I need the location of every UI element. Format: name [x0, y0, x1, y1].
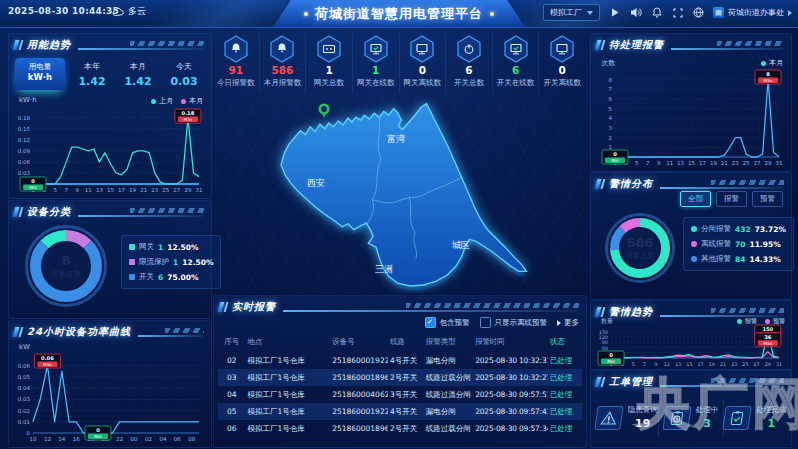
svg-text:8: 8: [609, 77, 613, 83]
svg-text:0.12: 0.12: [18, 137, 30, 143]
include-warning-label: 包含预警: [440, 318, 470, 328]
svg-text:0.04: 0.04: [18, 385, 31, 391]
factory-select-value: 模拟工厂: [550, 7, 582, 18]
alarm-icon: [223, 35, 249, 63]
location-pin-icon[interactable]: [320, 105, 328, 118]
alarm-table-row[interactable]: 06模拟工厂1号仓库2518600018962号开关线路过载分闸2025-08-…: [218, 420, 582, 437]
panel-header: 24小时设备功率曲线: [9, 321, 211, 339]
svg-text:14: 14: [58, 436, 65, 442]
svg-text:0: 0: [613, 151, 617, 157]
tab-warning[interactable]: 预警: [752, 191, 783, 207]
panel-title: 待处理报警: [609, 38, 664, 52]
panel-title: 工单管理: [609, 375, 653, 389]
speaker-icon[interactable]: [629, 5, 642, 20]
kpi-stat-开关在线数: 6开关在线数: [493, 33, 540, 93]
svg-text:0.03: 0.03: [18, 396, 31, 402]
svg-text:0: 0: [31, 178, 35, 184]
offline-only-label: 只显示离线预警: [495, 318, 548, 328]
energy-stat: 本年1.42: [69, 61, 115, 88]
panel-header-bar-icon: [601, 40, 606, 50]
alarm-table-row[interactable]: 02模拟工厂1号仓库2518600019224号开关漏电分闸2025-08-30…: [218, 352, 582, 369]
svg-text:0.18: 0.18: [182, 110, 195, 116]
more-button[interactable]: 更多: [557, 318, 579, 328]
include-warning-checkbox[interactable]: ✓ 包含预警: [425, 317, 470, 328]
page-title-banner: 荷城街道智慧用电管理平台: [273, 0, 525, 27]
cloud-icon: [112, 7, 125, 17]
factory-select-dropdown[interactable]: 模拟工厂: [543, 4, 600, 21]
svg-text:0.01: 0.01: [18, 419, 30, 425]
alarm-table-row[interactable]: 04模拟工厂1号仓库2518600040623号开关线路过温分闸2025-08-…: [218, 386, 582, 403]
svg-text:8: 8: [766, 71, 770, 77]
monitor-offline-icon: [409, 35, 435, 63]
work-order-处理完成[interactable]: 处理完成1: [724, 400, 787, 437]
alarm-icon: [269, 35, 295, 63]
svg-text:25: 25: [743, 160, 750, 166]
panel-header: 设备分类: [9, 201, 211, 219]
panel-alarm-trend: 警情趋势 数量 报警预警 306090120150135791113151719…: [590, 300, 792, 370]
processing-icon: [662, 406, 691, 430]
panel-title: 警情分布: [609, 177, 653, 191]
svg-text:17: 17: [118, 187, 125, 193]
legend-item: 分闸报警43273.72%: [691, 224, 786, 234]
alarm-donut-chart: 586 报警总数: [605, 213, 675, 283]
legend-item: 本月: [181, 96, 203, 106]
panel-title: 警情趋势: [609, 305, 653, 319]
svg-text:0.06: 0.06: [18, 159, 31, 165]
svg-text:Max: Max: [183, 117, 192, 122]
map-label-西安[interactable]: 西安: [307, 177, 325, 190]
map-label-三洲[interactable]: 三洲: [375, 263, 393, 276]
svg-text:10: 10: [30, 436, 37, 442]
datetime-label: 2025-08-30 10:44:35: [8, 6, 119, 16]
tab-all[interactable]: 全部: [680, 191, 711, 207]
svg-text:27: 27: [173, 187, 180, 193]
chart-legend: 本月: [761, 58, 783, 68]
panel-header-decor: [78, 40, 206, 50]
panel-header: 待处理报警: [591, 34, 791, 52]
svg-text:5: 5: [635, 160, 639, 166]
map-label-城区[interactable]: 城区: [452, 239, 470, 252]
weather-indicator: 多云: [112, 5, 146, 18]
svg-text:5: 5: [632, 362, 635, 367]
map-label-富湾[interactable]: 富湾: [387, 133, 405, 146]
switch-icon: [456, 35, 482, 63]
panel-header: 警情分布: [591, 173, 791, 191]
svg-text:06: 06: [174, 436, 181, 442]
banner-dot: [304, 12, 308, 16]
svg-text:Max: Max: [43, 362, 52, 367]
svg-text:29: 29: [765, 362, 771, 367]
legend-item: 上月: [151, 96, 173, 106]
fullscreen-icon[interactable]: [671, 5, 684, 20]
svg-text:13: 13: [677, 160, 684, 166]
chart-ylabel: kW·h: [19, 96, 37, 104]
panel-header-decor: [660, 307, 786, 317]
alarm-table-row[interactable]: 05模拟工厂1号仓库2518600019224号开关漏电分闸2025-08-30…: [218, 403, 582, 420]
legend-item: 开关675.00%: [129, 272, 213, 282]
panel-header-decor: [78, 207, 206, 217]
globe-icon[interactable]: [692, 5, 705, 20]
district-map[interactable]: 富湾西安三洲城区: [213, 93, 585, 293]
alarm-dist-legend: 分闸报警43273.72%离线报警7011.95%其他报警8414.33%: [683, 217, 794, 271]
page-title: 荷城街道智慧用电管理平台: [315, 5, 483, 23]
svg-text:0.03: 0.03: [18, 170, 31, 176]
energy-stat: 本月1.42: [115, 61, 161, 88]
map-region[interactable]: [281, 104, 526, 286]
panel-alarm-distribution: 警情分布 全部 报警 预警 586 报警总数 分闸报警43273.72%离线报警…: [590, 172, 792, 300]
svg-text:29: 29: [184, 187, 191, 193]
tab-alarm[interactable]: 报警: [716, 191, 747, 207]
play-button[interactable]: [608, 5, 621, 20]
bell-icon[interactable]: [650, 5, 663, 20]
work-order-处理中[interactable]: 处理中3: [659, 400, 723, 437]
panel-24h-power: 24小时设备功率曲线 kW 00.010.020.030.040.050.061…: [8, 320, 212, 448]
svg-text:15: 15: [686, 362, 692, 367]
svg-text:27: 27: [754, 160, 761, 166]
alarm-table-row[interactable]: 03模拟工厂1号仓库2518600018962号开关线路过载分闸2025-08-…: [218, 369, 582, 386]
org-link[interactable]: ▤ 荷城街道办事处: [713, 7, 792, 18]
panel-header: 实时报警: [214, 296, 586, 314]
legend-item: 其他报警8414.33%: [691, 254, 786, 264]
offline-only-checkbox[interactable]: 只显示离线预警: [480, 317, 548, 328]
panel-header-bar-icon: [19, 327, 24, 337]
work-order-隐患查询[interactable]: 隐患查询19: [595, 400, 659, 437]
svg-text:17: 17: [699, 160, 706, 166]
svg-text:11: 11: [664, 362, 670, 367]
svg-text:25: 25: [742, 362, 748, 367]
